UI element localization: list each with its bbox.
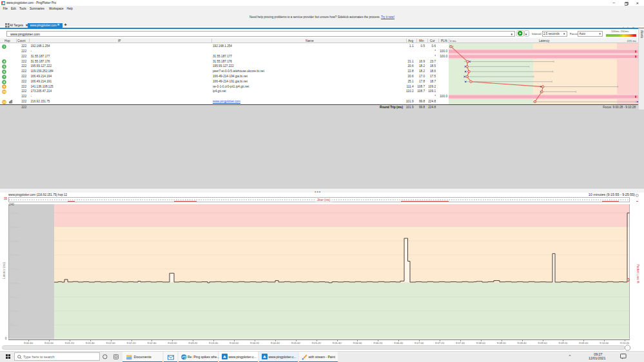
- svg-text:10: 10: [3, 90, 6, 93]
- svg-text:12: 12: [3, 100, 6, 104]
- svg-text:Jitter (ms): Jitter (ms): [317, 198, 331, 202]
